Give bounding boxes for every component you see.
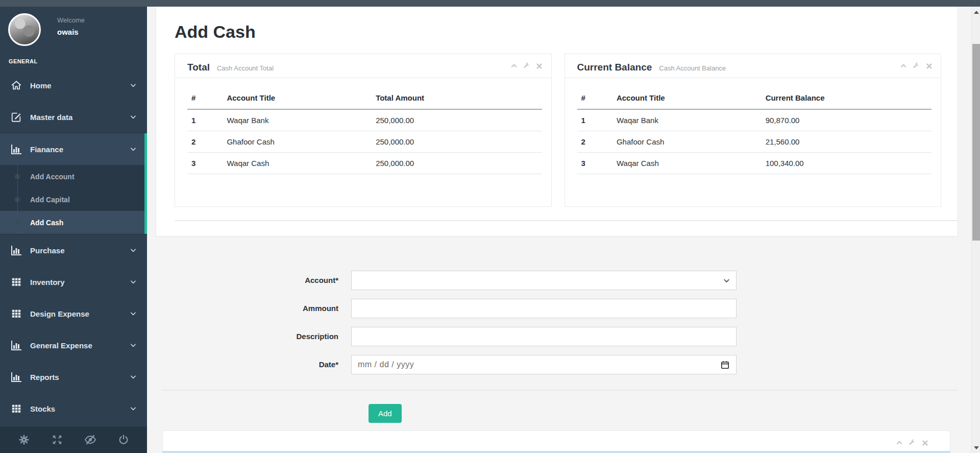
scrollbar-thumb[interactable] xyxy=(972,44,980,241)
chevron-down-icon xyxy=(130,82,137,89)
username[interactable]: owais xyxy=(57,28,85,36)
user-profile[interactable]: Welcome owais xyxy=(0,7,147,51)
sidebar-item-inventory[interactable]: Inventory xyxy=(0,266,147,298)
sidebar-item-general-expense[interactable]: General Expense xyxy=(0,329,147,361)
add-cash-form: Account* Ammount Description Date* mm / … xyxy=(147,271,980,423)
calendar-icon[interactable] xyxy=(720,360,730,372)
table-row: 2Ghafoor Cash250,000.00 xyxy=(187,131,542,153)
description-label: Description xyxy=(147,327,351,346)
collapse-chevron-up-icon[interactable] xyxy=(900,62,907,69)
sidebar-item-add-capital[interactable]: Add Capital xyxy=(0,188,147,211)
collapse-chevron-up-icon[interactable] xyxy=(510,62,518,69)
sidebar-item-label: Master data xyxy=(30,113,130,122)
table-row: 2Ghafoor Cash21,560.00 xyxy=(577,131,932,153)
sidebar-item-master-data[interactable]: Master data xyxy=(0,101,147,133)
column-header: Total Amount xyxy=(372,82,542,109)
collapse-chevron-up-icon[interactable] xyxy=(896,439,903,446)
total-panel: Total Cash Account Total # xyxy=(175,54,552,207)
sidebar-subitem-label: Add Account xyxy=(30,173,75,181)
chevron-down-icon xyxy=(130,146,137,153)
scroll-down-arrow[interactable] xyxy=(972,443,980,452)
settings-gear-icon[interactable] xyxy=(17,433,31,446)
vertical-scrollbar[interactable] xyxy=(971,7,980,453)
edit-icon xyxy=(10,111,22,123)
ammount-input[interactable] xyxy=(351,299,737,318)
divider xyxy=(175,220,958,221)
table-header-row: #Account TitleCurrent Balance xyxy=(577,82,932,109)
sidebar-item-purchase[interactable]: Purchase xyxy=(0,234,147,266)
bottom-blue-strip xyxy=(162,451,950,453)
close-icon[interactable] xyxy=(921,439,928,446)
sidebar-item-label: Stocks xyxy=(30,404,130,413)
fullscreen-icon[interactable] xyxy=(51,433,64,446)
add-button[interactable]: Add xyxy=(369,404,402,423)
bar-chart-icon xyxy=(10,371,22,383)
column-header: # xyxy=(187,82,223,109)
current-balance-panel: Current Balance Cash Account Balance xyxy=(565,54,942,207)
sidebar-item-label: Inventory xyxy=(30,278,130,287)
sidebar-item-label: General Expense xyxy=(30,341,130,350)
avatar[interactable] xyxy=(8,13,41,46)
column-header: Current Balance xyxy=(762,82,932,109)
close-icon[interactable] xyxy=(925,62,933,69)
table-icon xyxy=(10,402,22,415)
column-header: Account Title xyxy=(612,82,762,109)
wrench-icon[interactable] xyxy=(909,439,916,446)
panel-title: Total xyxy=(187,62,210,73)
chevron-down-icon xyxy=(130,247,137,254)
divider xyxy=(161,390,957,391)
sidebar-item-add-account[interactable]: Add Account xyxy=(0,165,147,188)
sidebar-item-label: Reports xyxy=(30,373,130,382)
table-icon xyxy=(10,276,22,288)
sidebar: Welcome owais GENERAL Home Master data F… xyxy=(0,7,147,453)
sidebar-item-label: Design Expense xyxy=(30,309,130,318)
date-label: Date* xyxy=(147,355,351,374)
sidebar-item-add-cash[interactable]: Add Cash xyxy=(0,211,147,234)
top-window-strip xyxy=(0,0,980,7)
sidebar-item-label: Purchase xyxy=(30,246,130,255)
table-row: 1Waqar Bank250,000.00 xyxy=(187,109,542,131)
sidebar-section-label: GENERAL xyxy=(0,51,147,69)
sidebar-item-stocks[interactable]: Stocks xyxy=(0,393,147,424)
panel-subtitle: Cash Account Total xyxy=(217,64,274,72)
bar-chart-icon xyxy=(10,339,22,351)
scroll-up-arrow[interactable] xyxy=(972,8,980,16)
power-icon[interactable] xyxy=(117,433,130,446)
sidebar-item-reports[interactable]: Reports xyxy=(0,361,147,393)
chevron-down-icon xyxy=(130,342,137,349)
chevron-down-icon xyxy=(723,277,730,287)
date-placeholder: mm / dd / yyyy xyxy=(358,360,414,369)
chevron-down-icon xyxy=(130,278,137,285)
account-select[interactable] xyxy=(351,271,737,290)
chevron-down-icon xyxy=(130,405,137,412)
bottom-panel xyxy=(162,431,950,453)
date-input[interactable]: mm / dd / yyyy xyxy=(351,355,737,374)
wrench-icon[interactable] xyxy=(913,62,920,69)
sidebar-subitem-label: Add Capital xyxy=(30,196,70,204)
table-row: 1Waqar Bank90,870.00 xyxy=(577,109,932,131)
wrench-icon[interactable] xyxy=(523,62,530,69)
sidebar-section-fianance: Fianance Add Account Add Capital Add Cas… xyxy=(0,133,147,234)
sidebar-item-design-expense[interactable]: Design Expense xyxy=(0,298,147,329)
current-balance-table: #Account TitleCurrent Balance 1Waqar Ban… xyxy=(577,82,932,174)
total-table: #Account TitleTotal Amount 1Waqar Bank25… xyxy=(187,82,542,174)
bullet-icon xyxy=(15,220,20,225)
sidebar-subitem-label: Add Cash xyxy=(30,219,63,227)
table-row: 3Waqar Cash100,340.00 xyxy=(577,153,932,174)
sidebar-item-home[interactable]: Home xyxy=(0,69,147,101)
table-icon xyxy=(10,307,22,320)
welcome-text: Welcome xyxy=(57,16,85,24)
bar-chart-icon xyxy=(10,244,22,256)
ammount-label: Ammount xyxy=(147,299,351,318)
sidebar-footer xyxy=(0,426,147,453)
column-header: Account Title xyxy=(223,82,372,109)
chevron-down-icon xyxy=(130,310,137,317)
panel-title: Current Balance xyxy=(577,62,652,73)
description-input[interactable] xyxy=(351,327,737,346)
home-icon xyxy=(10,79,22,91)
sidebar-item-fianance[interactable]: Fianance xyxy=(0,133,147,165)
close-icon[interactable] xyxy=(536,62,543,69)
eye-slash-icon[interactable] xyxy=(84,433,97,446)
summary-card: Add Cash Total Cash Account Total xyxy=(156,7,958,236)
chevron-down-icon xyxy=(130,373,137,380)
